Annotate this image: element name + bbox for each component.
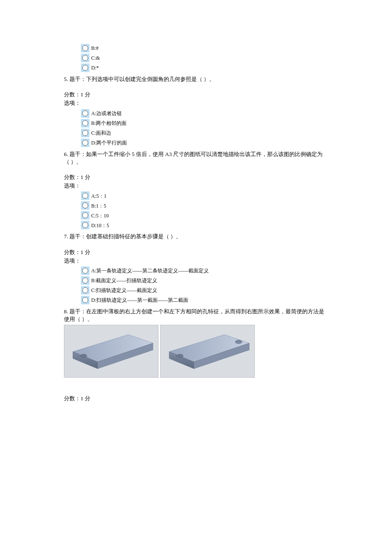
option-label: D:10：5 [91, 222, 109, 230]
q8-score: 分数：1 分 [64, 395, 328, 402]
option-row: A:边或者边链 [81, 109, 328, 118]
option-label: B:1：5 [91, 202, 106, 210]
q7-stem: 7. 题干：创建基础扫描特征的基本步骤是（ ）。 [64, 233, 328, 240]
radio-icon[interactable] [81, 296, 89, 304]
svg-point-7 [176, 354, 183, 358]
radio-icon[interactable] [81, 129, 89, 137]
radio-icon[interactable] [81, 221, 89, 229]
radio-icon[interactable] [81, 201, 89, 210]
svg-point-3 [80, 354, 87, 358]
option-label: C:面和边 [91, 130, 111, 137]
option-row: D:两个平行的面 [81, 139, 328, 147]
option-label: B:两个相邻的面 [91, 120, 127, 127]
q7-score: 分数：1 分 [64, 249, 328, 256]
option-label: A:第一条轨迹定义——第二条轨迹定义——截面定义 [91, 267, 209, 275]
q8-figure-left [64, 325, 159, 378]
plate-left-svg [64, 325, 158, 377]
radio-icon[interactable] [81, 109, 89, 118]
option-label: C:扫描轨迹定义——截面定义 [91, 287, 157, 295]
radio-icon[interactable] [81, 276, 89, 285]
option-row: B:1：5 [81, 201, 328, 210]
radio-icon[interactable] [81, 64, 89, 72]
plate-right-svg [161, 325, 254, 377]
option-label: A:边或者边链 [91, 110, 122, 118]
option-label: D:两个平行的面 [91, 139, 127, 147]
q6-score: 分数：1 分 [64, 173, 328, 181]
option-label: B:截面定义——扫描轨迹定义 [91, 277, 157, 285]
radio-icon[interactable] [81, 54, 89, 62]
option-row: A:第一条轨迹定义——第二条轨迹定义——截面定义 [81, 266, 328, 275]
q5-options-header: 选项： [64, 99, 328, 107]
option-row: C:扫描轨迹定义——截面定义 [81, 286, 328, 295]
q7-options-header: 选项： [64, 257, 328, 265]
option-row: D:* [81, 64, 328, 72]
orphan-options-block: B:# C:& D:* [64, 44, 328, 72]
option-row: B:截面定义——扫描轨迹定义 [81, 276, 328, 285]
q6-options-header: 选项： [64, 182, 328, 190]
option-row: B:两个相邻的面 [81, 119, 328, 127]
radio-icon[interactable] [81, 44, 89, 52]
option-label: C:5：10 [91, 212, 109, 220]
q7-options: A:第一条轨迹定义——第二条轨迹定义——截面定义 B:截面定义——扫描轨迹定义 … [64, 266, 328, 304]
option-row: D:扫描轨迹定义——第一截面——第二截面 [81, 296, 328, 304]
option-label: A:5：1 [91, 193, 107, 200]
option-row: B:# [81, 44, 328, 52]
radio-icon[interactable] [81, 211, 89, 220]
radio-icon[interactable] [81, 286, 89, 295]
option-row: D:10：5 [81, 221, 328, 229]
option-label: C:& [91, 55, 100, 62]
q6-options: A:5：1 B:1：5 C:5：10 D:10：5 [64, 191, 328, 229]
option-row: A:5：1 [81, 191, 328, 200]
q8-figure-right [160, 325, 255, 378]
option-row: C:5：10 [81, 211, 328, 220]
option-label: D:扫描轨迹定义——第一截面——第二截面 [91, 297, 188, 304]
option-row: C:面和边 [81, 129, 328, 137]
q8-stem: 8. 题干：在左图中薄板的右上方创建一个和左下方相同的孔特征，从而得到右图所示效… [64, 308, 328, 323]
radio-icon[interactable] [81, 266, 89, 275]
radio-icon[interactable] [81, 119, 89, 127]
option-row: C:& [81, 54, 328, 62]
q5-options: A:边或者边链 B:两个相邻的面 C:面和边 D:两个平行的面 [64, 109, 328, 147]
option-label: D:* [91, 64, 99, 72]
radio-icon[interactable] [81, 139, 89, 147]
svg-point-8 [235, 340, 242, 344]
q5-stem: 5. 题干：下列选项中可以创建完全倒圆角的几何参照是（ ）。 [64, 75, 328, 83]
q6-stem: 6. 题干：如果一个工件缩小 5 倍后，使用 A3 尺寸的图纸可以清楚地描绘出该… [64, 150, 328, 166]
option-label: B:# [91, 45, 98, 52]
q5-score: 分数：1 分 [64, 91, 328, 98]
radio-icon[interactable] [81, 191, 89, 200]
q8-figure-row [64, 325, 328, 378]
